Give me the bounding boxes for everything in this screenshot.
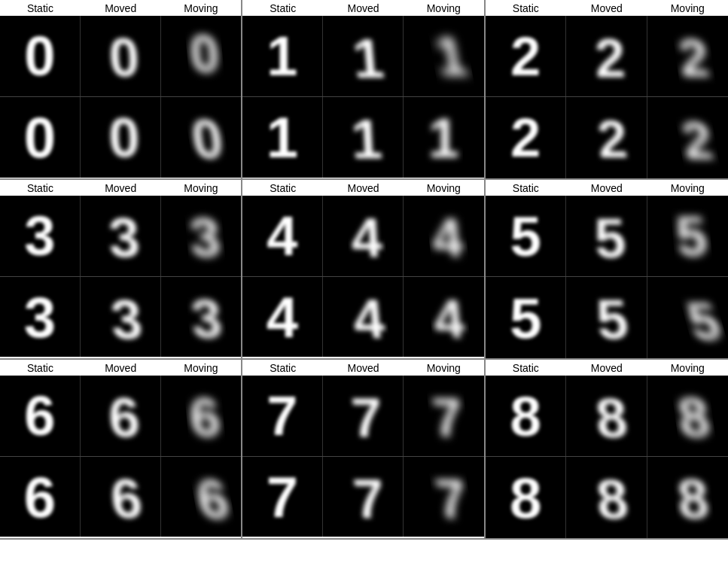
svg-text:3: 3 xyxy=(187,207,222,268)
svg-text:8: 8 xyxy=(510,466,542,530)
digit-cell-6-r1-c0: 6 xyxy=(0,457,81,537)
svg-text:6: 6 xyxy=(24,385,55,447)
col-label-moving: Moving xyxy=(161,180,242,196)
digit-cell-7-r1-c0: 7 xyxy=(242,457,323,537)
svg-text:4: 4 xyxy=(267,205,298,267)
svg-text:2: 2 xyxy=(593,27,626,88)
digit-cell-4-r0-c0: 4 xyxy=(242,196,323,276)
svg-text:1: 1 xyxy=(267,25,298,87)
svg-text:7: 7 xyxy=(349,386,384,449)
svg-text:4: 4 xyxy=(429,207,465,268)
digit-cell-6-r1-c1: 6 xyxy=(81,457,161,537)
svg-text:1: 1 xyxy=(350,28,386,90)
digit-cell-1-r0-c0: 1 xyxy=(242,16,323,96)
digit-row-0-1: 000 xyxy=(0,96,241,178)
group-8: StaticMovedMoving888888 xyxy=(486,360,728,540)
col-label-moved: Moved xyxy=(566,0,647,16)
digit-cell-1-r1-c2: 1 xyxy=(404,97,484,178)
group-0-header: StaticMovedMoving xyxy=(0,0,241,16)
svg-text:4: 4 xyxy=(349,206,384,269)
group-1-header: StaticMovedMoving xyxy=(242,0,483,16)
digit-cell-4-r1-c0: 4 xyxy=(242,277,323,358)
digit-cell-3-r1-c2: 3 xyxy=(161,277,242,358)
svg-text:7: 7 xyxy=(429,387,465,448)
svg-text:4: 4 xyxy=(267,285,298,349)
digit-cell-7-r0-c0: 7 xyxy=(242,376,323,456)
svg-text:3: 3 xyxy=(24,285,56,349)
group-4-header: StaticMovedMoving xyxy=(242,180,483,196)
digit-row-2-1: 222 xyxy=(486,96,728,178)
digit-row-7-0: 777 xyxy=(242,376,483,456)
digit-cell-7-r0-c2: 7 xyxy=(404,376,484,456)
digit-row-8-1: 888 xyxy=(486,456,728,537)
digit-cell-0-r0-c1: 0 xyxy=(81,16,161,96)
digit-cell-7-r0-c1: 7 xyxy=(323,376,404,456)
col-label-moving: Moving xyxy=(404,180,484,196)
digit-cell-8-r0-c1: 8 xyxy=(566,376,647,456)
col-label-static: Static xyxy=(486,0,566,16)
digit-cell-6-r1-c2: 6 xyxy=(161,457,242,537)
svg-text:1: 1 xyxy=(267,105,298,169)
digit-cell-3-r0-c1: 3 xyxy=(81,196,161,276)
group-3: StaticMovedMoving333333 xyxy=(0,180,242,360)
svg-text:0: 0 xyxy=(108,28,141,88)
svg-text:8: 8 xyxy=(510,385,541,448)
digit-cell-2-r0-c0: 2 xyxy=(486,16,566,96)
digit-row-2-0: 222 xyxy=(486,16,728,96)
svg-text:6: 6 xyxy=(187,387,222,448)
svg-text:0: 0 xyxy=(24,105,56,169)
col-label-moving: Moving xyxy=(404,360,484,376)
col-label-moving: Moving xyxy=(647,360,728,376)
svg-text:3: 3 xyxy=(188,288,224,349)
svg-text:4: 4 xyxy=(351,288,387,350)
digit-row-0-0: 000 xyxy=(0,16,241,96)
group-6: StaticMovedMoving666666 xyxy=(0,360,242,540)
digit-row-3-1: 333 xyxy=(0,276,241,358)
digit-cell-0-r1-c0: 0 xyxy=(0,97,81,178)
svg-text:6: 6 xyxy=(24,465,56,529)
digit-cell-2-r1-c0: 2 xyxy=(486,97,566,178)
svg-text:7: 7 xyxy=(267,465,298,529)
digit-cell-0-r1-c1: 0 xyxy=(81,97,161,178)
svg-text:8: 8 xyxy=(593,386,630,449)
digit-cell-3-r0-c0: 3 xyxy=(0,196,81,276)
group-7-header: StaticMovedMoving xyxy=(242,360,483,376)
svg-text:1: 1 xyxy=(349,108,384,170)
digit-cell-6-r0-c1: 6 xyxy=(81,376,161,456)
group-5-header: StaticMovedMoving xyxy=(486,180,728,196)
svg-text:0: 0 xyxy=(24,25,55,87)
digit-cell-0-r0-c2: 0 xyxy=(161,16,242,96)
digit-cell-3-r0-c2: 3 xyxy=(161,196,242,276)
digit-cell-7-r1-c1: 7 xyxy=(323,457,404,537)
digit-cell-1-r1-c0: 1 xyxy=(242,97,323,178)
svg-text:0: 0 xyxy=(187,25,221,84)
svg-text:4: 4 xyxy=(431,288,468,349)
svg-text:6: 6 xyxy=(108,467,144,530)
digit-cell-1-r1-c1: 1 xyxy=(323,97,404,178)
digit-cell-1-r0-c2: 1 xyxy=(404,16,484,96)
col-label-moved: Moved xyxy=(323,180,404,196)
col-label-moved: Moved xyxy=(81,360,161,376)
svg-text:3: 3 xyxy=(107,206,142,269)
digit-cell-2-r1-c2: 2 xyxy=(647,97,728,178)
col-label-static: Static xyxy=(486,360,566,376)
digit-cell-4-r1-c1: 4 xyxy=(323,277,404,358)
col-label-moved: Moved xyxy=(81,0,161,16)
group-7: StaticMovedMoving777777 xyxy=(242,360,485,540)
digit-row-1-0: 111 xyxy=(242,16,483,96)
col-label-moving: Moving xyxy=(647,180,728,196)
digit-cell-4-r0-c1: 4 xyxy=(323,196,404,276)
col-label-static: Static xyxy=(242,0,323,16)
col-label-moved: Moved xyxy=(323,0,404,16)
digit-row-4-1: 444 xyxy=(242,276,483,358)
svg-text:3: 3 xyxy=(24,205,55,267)
group-0: StaticMovedMoving000000 xyxy=(0,0,242,180)
digit-cell-4-r1-c2: 4 xyxy=(404,277,484,358)
digit-row-6-1: 666 xyxy=(0,456,241,537)
col-label-static: Static xyxy=(242,180,323,196)
digit-cell-5-r0-c2: 5 xyxy=(647,196,728,276)
col-label-moved: Moved xyxy=(81,180,161,196)
digit-row-6-0: 666 xyxy=(0,376,241,456)
svg-text:1: 1 xyxy=(428,105,459,169)
svg-text:6: 6 xyxy=(107,386,142,449)
